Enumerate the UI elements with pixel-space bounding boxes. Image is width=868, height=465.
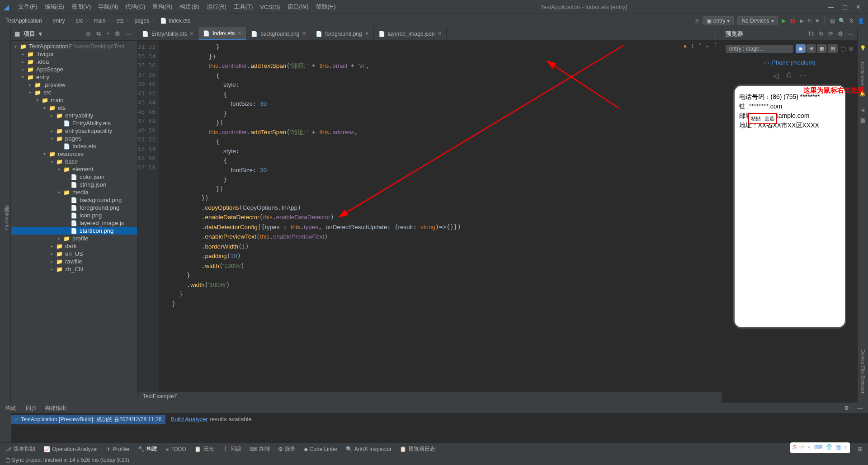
mode-4-icon[interactable]: ▤ (828, 44, 838, 53)
warning-icon[interactable]: ▲ (683, 43, 688, 48)
run-config-dropdown[interactable]: ▣ entry ▾ (703, 16, 734, 25)
code-editor[interactable]: } }) this.controller.addTextSpan('邮箱: ' … (159, 41, 722, 392)
menu-构建(B)[interactable]: 构建(B) (176, 3, 203, 11)
build-result[interactable]: ✓TestApplication [PreviewBuild]: 成功的 在20… (11, 415, 165, 424)
search-icon[interactable]: 🔍 (839, 18, 845, 24)
tool-问题[interactable]: ❗问题 (222, 445, 241, 453)
sync-tab[interactable]: 同步 (26, 404, 37, 412)
minimize-icon[interactable]: — (828, 4, 834, 10)
previewer-label[interactable]: ◈ 预览器 (859, 107, 866, 114)
tree-node[interactable]: ▸📁profile (11, 235, 137, 242)
tree-node[interactable]: ▸📁AppScope (11, 66, 137, 73)
refresh-icon[interactable]: ↻ (807, 18, 812, 24)
layout-icon[interactable]: ⊞ (858, 446, 863, 452)
preview-hide-icon[interactable]: — (848, 30, 854, 37)
tool-预览器日志[interactable]: 📋预览器日志 (400, 445, 435, 453)
editor-tab[interactable]: 📄Index.ets✕ (198, 27, 246, 40)
tree-node[interactable]: 📄background.png (11, 196, 137, 204)
breadcrumb-1[interactable]: entry (51, 18, 67, 24)
tree-node[interactable]: ▸📁entrybackupability (11, 127, 137, 135)
tree-node[interactable]: 📄startIcon.png (11, 227, 137, 235)
menu-编辑(E)[interactable]: 编辑(E) (41, 3, 68, 11)
editor-tab[interactable]: 📄background.png✕ (246, 27, 311, 40)
menu-VCS(S)[interactable]: VCS(S) (256, 4, 283, 10)
menu-视图(V)[interactable]: 视图(V) (68, 3, 94, 11)
tool-终端[interactable]: ⌨终端 (250, 445, 270, 453)
tree-node[interactable]: ▾📁resources (11, 150, 137, 158)
tree-node[interactable]: ▾📁src (11, 89, 137, 96)
locate-icon[interactable]: ⊙ (84, 30, 93, 37)
tool-版本控制[interactable]: ⎇版本控制 (5, 445, 35, 453)
tool-构建[interactable]: 🔨构建 (138, 445, 157, 453)
tool-Profiler[interactable]: ✈Profiler (106, 446, 130, 452)
device-manager-icon[interactable]: ▦ (830, 18, 835, 24)
run-icon[interactable]: ▶ (782, 18, 786, 24)
breadcrumb-6[interactable]: 📄 Index.ets (158, 18, 192, 24)
tree-node[interactable]: ▾📁entry (11, 73, 137, 81)
breadcrumb-3[interactable]: main (92, 18, 107, 24)
refresh-preview-icon[interactable]: ↻ (819, 30, 824, 37)
tree-node[interactable]: 📄icon.png (11, 211, 137, 219)
left-toolbar[interactable]: 结构 Bookmarks (0, 27, 11, 403)
stop-icon[interactable]: ■ (816, 18, 819, 24)
preview-settings-icon[interactable]: ⚙ (838, 30, 843, 37)
close-tab-icon[interactable]: ✕ (237, 30, 241, 36)
close-tab-icon[interactable]: ✕ (365, 31, 369, 37)
breadcrumb-4[interactable]: ets (114, 18, 125, 24)
code-breadcrumb[interactable]: TextExample7 (137, 392, 722, 403)
ab-icon[interactable]: ⎙ (787, 71, 791, 80)
mode-2-icon[interactable]: ⊞ (807, 44, 816, 53)
ime-tray[interactable]: S中•,⌨👕▦≡ (790, 442, 850, 453)
target-icon[interactable]: ◎ (694, 18, 699, 24)
tree-node[interactable]: ▾📁base (11, 158, 137, 165)
text-tool-icon[interactable]: Tт (808, 30, 814, 37)
tree-node[interactable]: ▾📁media (11, 188, 137, 196)
tree-node[interactable]: ▾📁pages (11, 135, 137, 142)
coverage-icon[interactable]: ▶ (800, 18, 804, 24)
build-analyzer-link[interactable]: Build Analyzer (171, 416, 208, 423)
tree-node[interactable]: ▸📁.preview (11, 81, 137, 89)
close-tab-icon[interactable]: ✕ (302, 31, 306, 37)
user-icon[interactable]: 👤 (858, 18, 864, 24)
mode-3-icon[interactable]: ▦ (817, 44, 827, 53)
bookmarks-label[interactable]: Bookmarks (5, 205, 10, 230)
crop-icon[interactable]: ▢ (840, 45, 846, 52)
menu-代码(C)[interactable]: 代码(C) (122, 3, 149, 11)
device-dropdown[interactable]: No Devices ▾ (737, 16, 778, 25)
editor-tab[interactable]: 📄foreground.png✕ (311, 27, 373, 40)
more-nav-icon[interactable]: ⋯ (799, 71, 807, 80)
tool-日志[interactable]: 📋日志 (194, 445, 214, 453)
assist-icon[interactable]: 💡 (860, 45, 866, 51)
close-tab-icon[interactable]: ✕ (438, 31, 442, 37)
menu-帮助(H)[interactable]: 帮助(H) (312, 3, 339, 11)
tree-node[interactable]: 📄string.json (11, 181, 137, 188)
close-tab-icon[interactable]: ✕ (189, 31, 193, 37)
prev-problem-icon[interactable]: ⌃ (698, 42, 702, 48)
tree-node[interactable]: ▾📁TestApplication E:\nana\Desktop\Test (11, 42, 137, 50)
paste-item[interactable]: 粘贴 (751, 115, 761, 122)
maximize-icon[interactable]: ▢ (842, 4, 848, 10)
mode-1-icon[interactable]: ◉ (796, 44, 806, 53)
tree-node[interactable]: ▸📁rawfile (11, 258, 137, 265)
tool-服务[interactable]: ⚙服务 (278, 445, 296, 453)
menu-导航(N)[interactable]: 导航(N) (94, 3, 122, 11)
breadcrumb-2[interactable]: src (74, 18, 85, 24)
editor-tab[interactable]: 📄layered_image.json✕ (374, 27, 447, 40)
build-settings-icon[interactable]: ⚙ (844, 405, 849, 411)
select-all-item[interactable]: 全选 (764, 115, 774, 122)
menu-工具(T)[interactable]: 工具(T) (230, 3, 257, 11)
tool-Operation Analyzer[interactable]: 📈Operation Analyzer (43, 446, 98, 452)
panel-settings-icon[interactable]: ⚙ (113, 30, 122, 37)
menu-文件(F)[interactable]: 文件(F) (14, 3, 41, 11)
tree-node[interactable]: ▸📁entryability (11, 112, 137, 119)
tree-node[interactable]: 📄foreground.png (11, 204, 137, 211)
build-output-tab[interactable]: 构建输出 (45, 404, 66, 412)
tree-node[interactable]: 📄color.json (11, 173, 137, 181)
tree-node[interactable]: ▸📁zh_CN (11, 265, 137, 273)
menu-运行(R)[interactable]: 运行(R) (203, 3, 230, 11)
tool-Code Linter[interactable]: ◆Code Linter (304, 446, 338, 452)
tree-node[interactable]: 📄EntryAbility.ets (11, 119, 137, 127)
tool-TODO[interactable]: ≡TODO (165, 446, 186, 452)
expand-icon[interactable]: ⇆ (94, 30, 103, 37)
panel-hide-icon[interactable]: — (124, 30, 133, 37)
